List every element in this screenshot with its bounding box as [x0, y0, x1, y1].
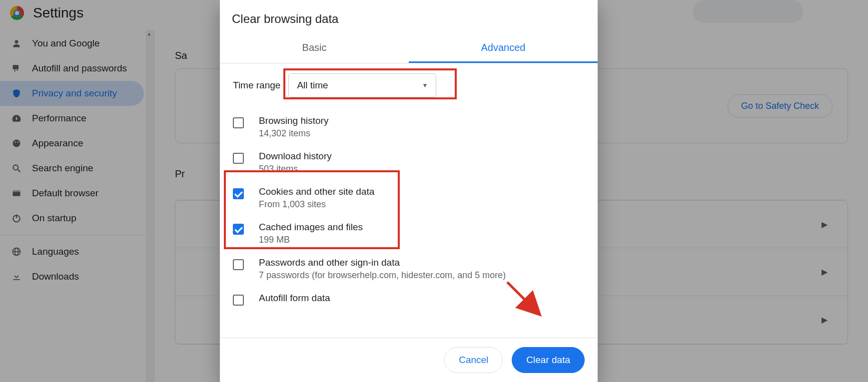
option-row: Download history503 items	[233, 145, 585, 180]
option-secondary-label: 503 items	[259, 164, 332, 174]
tab-basic[interactable]: Basic	[220, 35, 409, 63]
dialog-body: Time range All time ▼ Browsing history14…	[220, 63, 598, 338]
option-row: Cached images and files199 MB	[233, 216, 585, 251]
option-checkbox[interactable]	[233, 188, 244, 199]
time-range-value: All time	[297, 80, 328, 91]
option-secondary-label: 199 MB	[259, 235, 363, 245]
clear-data-button[interactable]: Clear data	[512, 347, 585, 373]
option-checkbox[interactable]	[233, 295, 244, 306]
option-primary-label: Cached images and files	[259, 222, 363, 233]
option-row: Browsing history14,302 items	[233, 109, 585, 145]
option-secondary-label: From 1,003 sites	[259, 199, 374, 210]
option-primary-label: Autofill form data	[259, 293, 330, 304]
option-checkbox[interactable]	[233, 117, 244, 128]
option-secondary-label: 14,302 items	[259, 128, 328, 139]
option-primary-label: Cookies and other site data	[259, 186, 374, 197]
option-row: Autofill form data	[233, 287, 585, 312]
option-row: Passwords and other sign-in data7 passwo…	[233, 251, 585, 287]
clear-browsing-data-dialog: Clear browsing data Basic Advanced Time …	[220, 0, 598, 382]
tab-advanced[interactable]: Advanced	[409, 35, 598, 63]
option-row: Cookies and other site dataFrom 1,003 si…	[233, 180, 585, 216]
chevron-down-icon: ▼	[422, 82, 428, 89]
option-primary-label: Browsing history	[259, 115, 328, 126]
option-checkbox[interactable]	[233, 153, 244, 164]
dialog-tabs: Basic Advanced	[220, 35, 598, 63]
option-primary-label: Download history	[259, 151, 332, 162]
time-range-select[interactable]: All time ▼	[288, 73, 436, 97]
time-range-label: Time range	[233, 80, 280, 91]
option-secondary-label: 7 passwords (for browserhelp.com, hidest…	[259, 270, 506, 281]
option-checkbox[interactable]	[233, 259, 244, 270]
time-range-row: Time range All time ▼	[233, 73, 585, 97]
dialog-footer: Cancel Clear data	[220, 338, 598, 382]
option-primary-label: Passwords and other sign-in data	[259, 257, 506, 268]
option-checkbox[interactable]	[233, 224, 244, 235]
dialog-title: Clear browsing data	[220, 0, 598, 28]
cancel-button[interactable]: Cancel	[444, 347, 503, 373]
